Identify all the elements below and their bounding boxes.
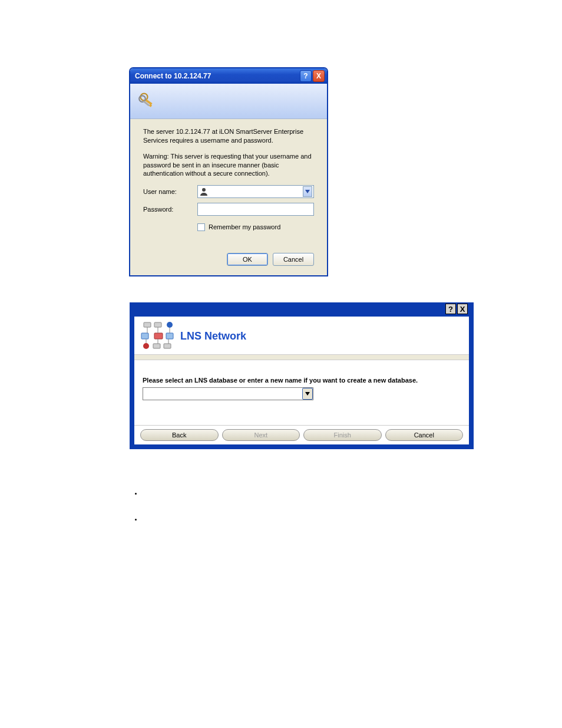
svg-rect-2 <box>149 104 152 107</box>
next-button[interactable]: Next <box>222 429 300 441</box>
connect-body: The server 10.2.124.77 at iLON SmartServ… <box>130 119 327 275</box>
lns-separator <box>134 354 469 360</box>
keys-icon <box>136 91 157 112</box>
svg-point-5 <box>202 188 206 192</box>
connect-banner <box>130 84 327 119</box>
lns-select-row <box>143 387 461 400</box>
svg-rect-6 <box>144 322 151 327</box>
lns-body: Please select an LNS database or enter a… <box>134 360 469 409</box>
back-button[interactable]: Back <box>140 429 219 441</box>
person-icon <box>199 187 209 196</box>
lns-close-button[interactable]: X <box>457 304 468 314</box>
remember-checkbox[interactable] <box>197 223 205 231</box>
lns-instruction: Please select an LNS database or enter a… <box>143 377 461 384</box>
lns-dialog: ? X L <box>130 302 474 449</box>
svg-rect-7 <box>154 322 161 327</box>
help-icon: ? <box>448 305 453 314</box>
svg-rect-11 <box>166 333 173 339</box>
help-button[interactable]: ? <box>300 70 312 82</box>
lns-title: LNS Network <box>180 330 246 342</box>
username-label: User name: <box>143 187 197 196</box>
connect-dialog: Connect to 10.2.124.77 ? X The server 10… <box>130 68 328 276</box>
next-label: Next <box>254 431 267 439</box>
password-input[interactable] <box>197 203 314 216</box>
connect-titlebar[interactable]: Connect to 10.2.124.77 ? X <box>130 68 327 84</box>
bullet-item <box>143 515 459 541</box>
username-dropdown-button[interactable] <box>303 186 312 197</box>
connect-actions: OK Cancel <box>143 253 314 266</box>
chevron-down-icon <box>305 190 310 193</box>
lns-database-select[interactable] <box>143 387 313 400</box>
svg-rect-13 <box>153 344 160 348</box>
remember-row: Remember my password <box>197 223 314 232</box>
svg-rect-14 <box>164 344 171 348</box>
finish-button[interactable]: Finish <box>303 429 382 441</box>
close-icon: X <box>316 72 321 80</box>
close-icon: X <box>460 305 465 314</box>
lns-cancel-button[interactable]: Cancel <box>385 429 464 441</box>
username-combobox[interactable] <box>197 185 314 198</box>
cancel-label: Cancel <box>283 255 303 264</box>
connect-title: Connect to 10.2.124.77 <box>135 72 299 80</box>
cancel-button[interactable]: Cancel <box>273 253 314 266</box>
svg-rect-9 <box>141 333 148 339</box>
lns-cancel-label: Cancel <box>414 431 434 439</box>
bullet-item <box>143 489 459 515</box>
chevron-down-icon <box>305 392 310 396</box>
network-icon <box>140 321 176 351</box>
lns-actions: Back Next Finish Cancel <box>134 425 469 444</box>
back-label: Back <box>172 431 186 439</box>
username-row: User name: <box>143 185 314 198</box>
lns-titlebar-buttons: ? X <box>445 304 468 314</box>
svg-point-12 <box>143 343 149 349</box>
password-row: Password: <box>143 203 314 216</box>
remember-label: Remember my password <box>209 223 280 232</box>
lns-help-button[interactable]: ? <box>445 304 456 314</box>
lns-dropdown-button[interactable] <box>302 388 313 400</box>
svg-point-8 <box>167 322 173 328</box>
close-button[interactable]: X <box>313 70 325 82</box>
ok-button[interactable]: OK <box>227 253 268 266</box>
finish-label: Finish <box>334 431 351 439</box>
server-text: The server 10.2.124.77 at iLON SmartServ… <box>143 127 314 145</box>
password-label: Password: <box>143 205 197 214</box>
svg-rect-10 <box>154 333 163 339</box>
document-bullets <box>130 489 459 541</box>
lns-header: LNS Network <box>134 317 469 354</box>
help-icon: ? <box>303 72 308 80</box>
ok-label: OK <box>243 255 252 264</box>
warning-text: Warning: This server is requesting that … <box>143 152 314 179</box>
